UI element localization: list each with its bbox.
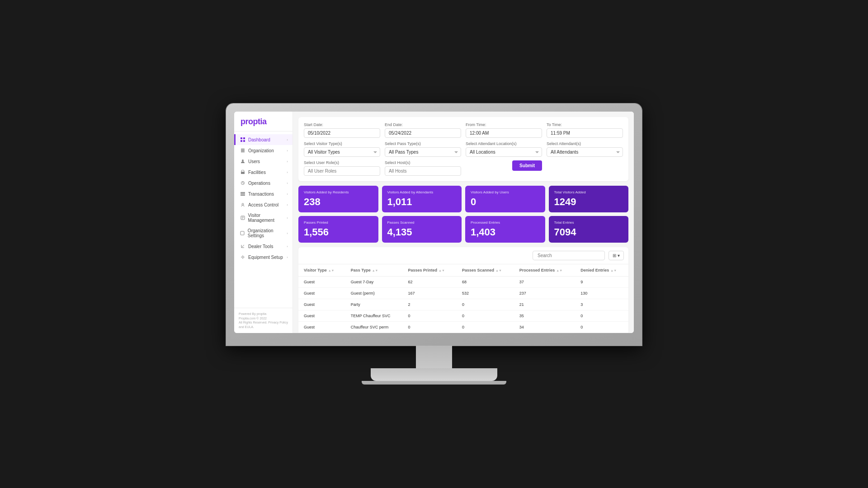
sort-icon-passes-printed: ▲▼: [439, 269, 445, 272]
table-cell: 454: [457, 333, 514, 333]
col-pass-type: Pass Type ▲▼: [345, 264, 403, 277]
hosts-input[interactable]: [385, 166, 461, 176]
table-cell: Vendor: [298, 333, 345, 333]
pass-type-select[interactable]: All Pass Types: [385, 147, 461, 157]
chevron-icon-transactions: ›: [287, 192, 288, 196]
svg-rect-8: [241, 172, 245, 174]
end-date-input[interactable]: [385, 128, 461, 138]
sidebar-item-equipment-setup[interactable]: Equipment Setup ›: [234, 252, 292, 263]
svg-point-13: [242, 203, 244, 205]
table-cell: 0: [457, 310, 514, 322]
search-input[interactable]: [533, 251, 605, 260]
table-cell: 237: [514, 288, 575, 299]
grid-icon: ⊞: [613, 253, 616, 258]
end-date-label: End Date:: [385, 122, 461, 127]
col-denied-entries: Denied Entries ▲▼: [575, 264, 628, 277]
submit-group: Submit: [466, 160, 542, 176]
chevron-icon-organization: ›: [287, 149, 288, 153]
sidebar-item-users[interactable]: Users ›: [234, 156, 292, 167]
monitor-base: [371, 368, 497, 381]
table-row: GuestGuest 7-Day6268379: [298, 277, 628, 288]
stat-card-total-visitors: Total Visitors Added 1249: [549, 186, 629, 212]
sidebar-item-dealer-tools[interactable]: Dealer Tools ›: [234, 241, 292, 252]
sort-icon-passes-scanned: ▲▼: [495, 269, 502, 272]
col-visitor-type: Visitor Type ▲▼: [298, 264, 345, 277]
table-cell: 99: [514, 333, 575, 333]
stat-title-passes-printed: Passes Printed: [304, 221, 373, 225]
stat-card-visitors-attendants: Visitors Added by Attendants 1,011: [382, 186, 462, 212]
nav-label-transactions: Transactions: [248, 192, 274, 197]
table-cell: Guest 7-Day: [345, 277, 403, 288]
nav-label-users: Users: [248, 159, 260, 164]
col-passes-scanned: Passes Scanned ▲▼: [457, 264, 514, 277]
sidebar-item-facilities[interactable]: Facilities ›: [234, 167, 292, 178]
users-icon: [240, 159, 245, 164]
table-cell: TEMP Chauffeur SVC: [345, 310, 403, 322]
table-cell: 0: [457, 322, 514, 333]
stat-value-passes-printed: 1,556: [304, 226, 373, 238]
sidebar-item-organization[interactable]: Organization ›: [234, 145, 292, 156]
to-time-input[interactable]: [547, 128, 623, 138]
sidebar-item-org-settings[interactable]: Organization Settings ›: [234, 225, 292, 241]
stat-value-visitors-users: 0: [471, 196, 540, 208]
visitor-type-select[interactable]: All Visitor Types: [304, 147, 380, 157]
app-container: proptia Dashboard ›: [234, 112, 634, 333]
equipment-setup-icon: [240, 254, 245, 260]
filter-group-to-time: To Time:: [547, 122, 623, 138]
table-cell: 0: [402, 322, 457, 333]
chevron-icon-equipment-setup: ›: [287, 255, 288, 259]
stats-grid-row1: Visitors Added by Residents 238 Visitors…: [298, 186, 628, 212]
sidebar-footer: Powered By proptia Proptia.com © 2022 Al…: [234, 308, 292, 333]
filter-group-visitor-type: Select Visitor Type(s) All Visitor Types: [304, 141, 380, 157]
svg-rect-5: [241, 150, 245, 151]
sidebar-item-operations[interactable]: Operations ›: [234, 178, 292, 188]
table-row: GuestGuest (perm)167532237130: [298, 288, 628, 299]
svg-point-7: [242, 160, 244, 161]
start-date-input[interactable]: [304, 128, 380, 138]
user-roles-input[interactable]: [304, 166, 380, 176]
sort-icon-pass-type: ▲▼: [372, 269, 378, 272]
sidebar-item-dashboard[interactable]: Dashboard ›: [234, 134, 292, 145]
attendant-location-label: Select Attendant Location(s): [466, 141, 542, 146]
sidebar-item-visitor-management[interactable]: Visitor Management ›: [234, 210, 292, 225]
stat-card-passes-scanned: Passes Scanned 4,135: [382, 216, 462, 243]
filter-row-types: Select Visitor Type(s) All Visitor Types…: [304, 141, 623, 157]
table-cell: 74: [575, 333, 628, 333]
nav-label-access-control: Access Control: [248, 202, 278, 207]
svg-rect-15: [241, 231, 244, 235]
table-cell: 167: [402, 288, 457, 299]
table-cell: 62: [402, 277, 457, 288]
nav-label-visitor-management: Visitor Management: [248, 213, 287, 223]
filter-row-dates: Start Date: End Date: From Time:: [304, 122, 623, 138]
from-time-input[interactable]: [466, 128, 542, 138]
monitor-bezel: proptia Dashboard ›: [226, 103, 642, 346]
table-cell: 0: [575, 310, 628, 322]
organization-icon: [240, 148, 245, 153]
table-cell: Guest: [298, 322, 345, 333]
attendants-label: Select Attendant(s): [547, 141, 623, 146]
transactions-icon: [240, 191, 245, 197]
filter-group-pass-type: Select Pass Type(s) All Pass Types: [385, 141, 461, 157]
monitor-neck: [416, 346, 452, 368]
table-cell: 0: [402, 310, 457, 322]
attendant-location-select[interactable]: All Locations: [466, 147, 542, 157]
sidebar-item-access-control[interactable]: Access Control ›: [234, 199, 292, 210]
sidebar-item-transactions[interactable]: Transactions ›: [234, 188, 292, 199]
main-content: Start Date: End Date: From Time:: [293, 112, 634, 333]
logo-text: proptia: [241, 117, 267, 126]
sort-icon-denied-entries: ▲▼: [610, 269, 617, 272]
filter-group-user-roles: Select User Role(s): [304, 160, 380, 176]
table-cell: 35: [514, 310, 575, 322]
submit-button[interactable]: Submit: [512, 160, 542, 171]
sort-icon-visitor-type: ▲▼: [328, 269, 335, 272]
table-cell: 0: [575, 322, 628, 333]
stat-card-total-entries: Total Entries 7094: [549, 216, 629, 243]
chevron-icon-visitor-management: ›: [287, 216, 288, 220]
table-body: GuestGuest 7-Day6268379GuestGuest (perm)…: [298, 277, 628, 333]
table-header: Visitor Type ▲▼ Pass Type ▲▼: [298, 264, 628, 277]
table-cell: PERM Construction: [345, 333, 403, 333]
view-toggle-button[interactable]: ⊞ ▾: [609, 251, 624, 260]
attendants-select[interactable]: All Attendants: [547, 147, 623, 157]
filter-group-end-date: End Date:: [385, 122, 461, 138]
chevron-icon-users: ›: [287, 160, 288, 164]
